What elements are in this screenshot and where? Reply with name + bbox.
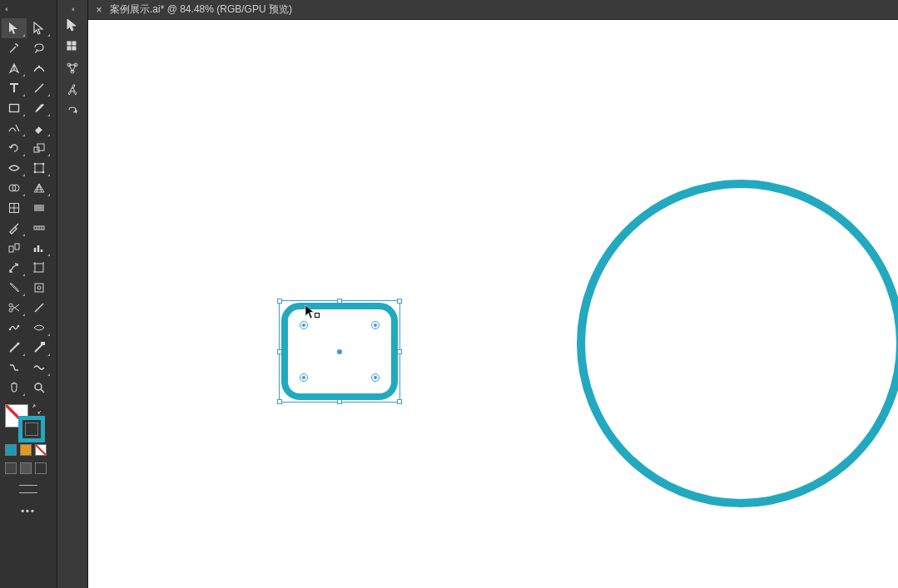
shaper-tool[interactable]	[2, 118, 27, 138]
live-corner-bl[interactable]	[300, 373, 308, 382]
direct-selection-tool[interactable]	[27, 18, 52, 38]
svg-point-25	[17, 325, 20, 328]
zoom-tool[interactable]	[27, 378, 52, 398]
smooth-tool[interactable]	[2, 338, 27, 358]
gradient-tool[interactable]	[27, 198, 52, 218]
secondary-panel: ‹‹	[57, 0, 88, 588]
panel-collapse-right[interactable]: ‹‹	[70, 3, 75, 15]
canvas[interactable]	[88, 20, 898, 588]
free-transform-tool[interactable]	[27, 158, 52, 178]
center-point[interactable]	[337, 349, 342, 354]
measure-tool[interactable]	[27, 218, 52, 238]
svg-rect-31	[67, 47, 71, 50]
scale-tool[interactable]	[27, 138, 52, 158]
document-tab-bar: × 案例展示.ai* @ 84.48% (RGB/GPU 预览)	[88, 0, 898, 20]
draw-mode-row	[0, 461, 57, 476]
propeller-icon[interactable]	[60, 80, 85, 100]
svg-point-18	[15, 263, 17, 264]
handle-top-left[interactable]	[277, 299, 282, 304]
screen-mode-icon	[19, 485, 37, 493]
svg-point-0	[38, 66, 40, 67]
draw-behind-icon[interactable]	[20, 462, 32, 474]
svg-point-22	[9, 304, 12, 307]
eyedropper-tool[interactable]	[2, 218, 27, 238]
slice-tool[interactable]	[2, 278, 27, 298]
curvature-tool[interactable]	[27, 58, 52, 78]
swatch-color[interactable]	[5, 444, 17, 456]
shape-circle[interactable]	[577, 180, 898, 507]
knife-tool[interactable]	[27, 298, 52, 318]
width-tool[interactable]	[2, 158, 27, 178]
puppet-warp-tool[interactable]	[2, 318, 27, 338]
join-tool[interactable]	[2, 358, 27, 378]
draw-normal-icon[interactable]	[5, 462, 17, 474]
mesh-tool[interactable]	[2, 198, 27, 218]
handle-bottom-left[interactable]	[277, 399, 282, 404]
handle-mid-left[interactable]	[277, 349, 282, 354]
edit-toolbar-button[interactable]: •••	[0, 497, 57, 524]
svg-point-28	[35, 383, 42, 390]
scissors-tool[interactable]	[2, 298, 27, 318]
blend-tool[interactable]	[2, 238, 27, 258]
perspective-grid-tool[interactable]	[27, 178, 52, 198]
hand-tool[interactable]	[2, 378, 27, 398]
free-transform-mesh-tool[interactable]	[27, 318, 52, 338]
selection-tool[interactable]	[2, 18, 27, 38]
lasso-variant-icon[interactable]	[60, 101, 85, 121]
go-tool[interactable]	[60, 15, 85, 35]
handle-mid-right[interactable]	[397, 349, 402, 354]
rectangle-tool[interactable]	[2, 98, 27, 118]
svg-rect-27	[41, 342, 45, 345]
triangle-node-icon[interactable]	[60, 58, 85, 78]
live-corner-tr[interactable]	[371, 321, 380, 329]
artboard-tool[interactable]	[27, 258, 52, 278]
shape-rounded-rectangle-selected[interactable]	[281, 303, 398, 400]
document-tab-title[interactable]: 案例展示.ai* @ 84.48% (RGB/GPU 预览)	[110, 2, 292, 17]
svg-rect-2	[34, 147, 39, 152]
pen-tool[interactable]	[2, 58, 27, 78]
tab-close-button[interactable]: ×	[93, 4, 105, 16]
live-corner-tl[interactable]	[300, 321, 308, 329]
grid-icon[interactable]	[60, 37, 85, 57]
line-segment-tool[interactable]	[27, 78, 52, 98]
svg-rect-29	[67, 42, 71, 45]
screen-mode-button[interactable]	[0, 481, 57, 497]
eraser-tool[interactable]	[27, 118, 52, 138]
handle-top-right[interactable]	[397, 299, 402, 304]
svg-rect-20	[35, 284, 43, 292]
svg-rect-1	[10, 105, 19, 112]
swatch-none[interactable]	[35, 444, 47, 456]
color-mode-row	[0, 442, 57, 461]
magic-wand-tool[interactable]	[2, 38, 27, 58]
swap-fill-stroke-icon[interactable]	[32, 404, 42, 414]
svg-point-21	[37, 286, 41, 289]
type-tool[interactable]	[2, 78, 27, 98]
handle-top-mid[interactable]	[337, 299, 342, 304]
symbol-sprayer-tool[interactable]	[2, 258, 27, 278]
svg-rect-30	[72, 42, 76, 45]
svg-rect-19	[35, 264, 43, 272]
shape-builder-tool[interactable]	[2, 178, 27, 198]
tool-grid	[0, 15, 57, 401]
rotate-tool[interactable]	[2, 138, 27, 158]
live-corner-br[interactable]	[371, 373, 380, 382]
fill-stroke-control[interactable]	[0, 401, 57, 442]
lasso-tool[interactable]	[27, 38, 52, 58]
artboard[interactable]	[88, 20, 898, 588]
svg-point-24	[9, 329, 12, 331]
svg-point-17	[17, 264, 18, 266]
path-eraser-tool[interactable]	[27, 338, 52, 358]
column-graph-tool[interactable]	[27, 238, 52, 258]
print-tiling-tool[interactable]	[27, 278, 52, 298]
svg-point-5	[34, 163, 37, 166]
svg-rect-13	[34, 205, 44, 211]
handle-bottom-mid[interactable]	[337, 399, 342, 404]
swatch-gradient[interactable]	[20, 444, 32, 456]
draw-inside-icon[interactable]	[35, 462, 47, 474]
stroke-swatch[interactable]	[20, 418, 43, 441]
panel-collapse-left[interactable]: ‹‹	[0, 3, 57, 15]
handle-bottom-right[interactable]	[397, 399, 402, 404]
paintbrush-tool[interactable]	[27, 98, 52, 118]
wrinkle-tool[interactable]	[27, 358, 52, 378]
svg-point-6	[42, 163, 45, 166]
